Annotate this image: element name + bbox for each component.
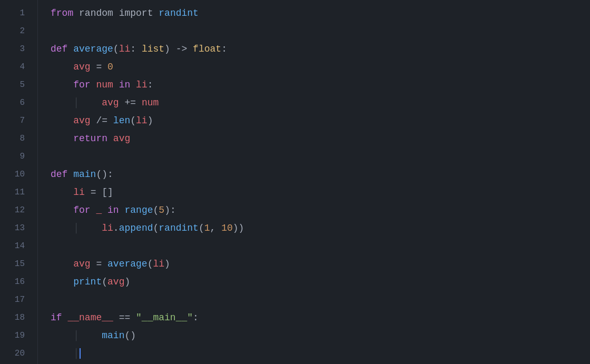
token-average-2: average [107,255,148,273]
code-line-19: │ main() [51,327,590,345]
code-line-18: if __name__ == "__main__": [51,309,590,327]
token-if: if [51,309,62,327]
token-return: return [73,130,107,147]
token-import: import [119,4,153,22]
token-randint: randint [159,4,199,22]
code-editor: 1 2 3 4 5 6 7 8 9 10 11 12 13 14 15 16 1… [0,0,590,364]
code-line-8: return avg [51,130,590,147]
code-line-4: avg = 0 [51,58,590,76]
code-line-10: def main(): [51,165,590,183]
code-line-9 [51,147,590,165]
line-num-19: 19 [0,327,29,345]
token-num-2: num [142,94,159,112]
token-dunder-name: __name__ [67,309,113,327]
token-main: main [73,165,96,183]
line-num-20: 20 [0,345,29,362]
line-num-11: 11 [0,183,29,201]
code-line-20: │ [51,345,590,362]
token-zero: 0 [107,58,113,76]
code-line-1: from random import randint [51,4,590,22]
token-append: append [119,219,153,237]
token-one: 1 [204,219,210,237]
code-line-15: avg = average(li) [51,255,590,273]
token-range: range [124,201,153,219]
token-main-string: "__main__" [136,309,193,327]
token-random: random [79,4,113,22]
line-num-18: 18 [0,309,29,327]
line-numbers: 1 2 3 4 5 6 7 8 9 10 11 12 13 14 15 16 1… [0,0,38,364]
token-main-call: main [102,327,124,345]
token-def-1: def [51,40,67,58]
token-blank: _ [96,201,102,219]
line-num-4: 4 [0,58,29,76]
code-line-11: li = [] [51,183,590,201]
token-li-2: li [136,112,148,130]
line-num-2: 2 [0,22,29,40]
token-avg-2: avg [102,94,119,112]
token-for-1: for [73,76,90,94]
token-li-5: li [153,255,164,273]
line-num-1: 1 [0,4,29,22]
line-num-17: 17 [0,291,29,309]
token-avg-5: avg [73,255,90,273]
code-line-13: │ li.append(randint(1, 10)) [51,219,590,237]
token-li-3: li [73,183,85,201]
token-def-2: def [51,165,67,183]
code-line-3: def average(li: list) -> float: [51,40,590,58]
token-avg-6: avg [107,273,124,291]
line-num-3: 3 [0,40,29,58]
token-avg-3: avg [73,112,90,130]
token-for-2: for [73,201,90,219]
line-num-5: 5 [0,76,29,94]
token-avg-4: avg [113,130,130,147]
token-len: len [113,112,130,130]
code-line-17 [51,291,590,309]
token-li-4: li [102,219,113,237]
line-num-8: 8 [0,130,29,147]
token-list: list [142,40,164,58]
code-line-6: │ avg += num [51,94,590,112]
code-line-7: avg /= len(li) [51,112,590,130]
code-line-14 [51,237,590,255]
code-line-5: for num in li: [51,76,590,94]
token-randint-2: randint [159,219,199,237]
token-average: average [73,40,113,58]
token-li-1: li [136,76,148,94]
token-from: from [51,4,73,22]
line-num-10: 10 [0,165,29,183]
token-float: float [193,40,221,58]
line-num-14: 14 [0,237,29,255]
code-line-2 [51,22,590,40]
code-line-16: print(avg) [51,273,590,291]
line-num-15: 15 [0,255,29,273]
line-num-6: 6 [0,94,29,112]
token-five: 5 [159,201,164,219]
code-content[interactable]: from random import randint def average(l… [38,0,590,364]
token-print: print [73,273,102,291]
token-li-param: li [119,40,131,58]
line-num-12: 12 [0,201,29,219]
line-num-9: 9 [0,147,29,165]
line-num-7: 7 [0,112,29,130]
line-num-16: 16 [0,273,29,291]
line-num-13: 13 [0,219,29,237]
token-avg-1: avg [73,58,90,76]
token-ten: 10 [221,219,233,237]
token-in-1: in [119,76,131,94]
token-in-2: in [107,201,119,219]
code-line-12: for _ in range(5): [51,201,590,219]
token-num: num [96,76,113,94]
